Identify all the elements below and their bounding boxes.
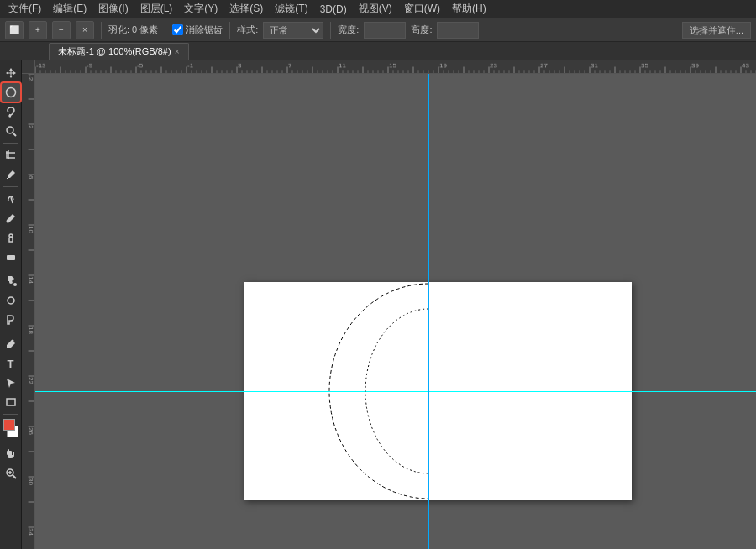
style-label: 样式:	[237, 24, 258, 36]
tab-bar: 未标题-1 @ 100%(RGB/8#) ×	[0, 42, 756, 60]
separator-1	[101, 22, 102, 39]
left-toolbar: T	[0, 60, 22, 549]
tab-title: 未标题-1 @ 100%(RGB/8#)	[58, 45, 171, 58]
svg-point-8	[13, 283, 17, 286]
ruler-corner[interactable]	[22, 60, 35, 74]
blur-tool-btn[interactable]	[2, 291, 20, 310]
toolbar-separator-4	[3, 332, 18, 332]
feather-label: 羽化: 0 像素	[108, 24, 158, 36]
rulers-row	[22, 60, 756, 74]
menu-file[interactable]: 文件(F)	[3, 0, 46, 18]
canvas-row	[22, 74, 756, 549]
lasso-tool-btn[interactable]	[2, 102, 20, 121]
menu-text[interactable]: 文字(Y)	[179, 0, 223, 18]
foreground-color-swatch[interactable]	[3, 419, 15, 431]
paint-bucket-tool-btn[interactable]	[2, 272, 20, 290]
menu-help[interactable]: 帮助(H)	[447, 0, 491, 18]
add-selection-btn[interactable]: +	[29, 21, 47, 39]
canvas-area[interactable]	[35, 74, 756, 549]
menu-window[interactable]: 窗口(W)	[399, 0, 445, 18]
menu-3d[interactable]: 3D(D)	[315, 2, 352, 17]
menu-view[interactable]: 视图(V)	[354, 0, 397, 18]
svg-point-1	[7, 127, 13, 133]
eraser-tool-btn[interactable]	[2, 248, 20, 266]
clone-stamp-tool-btn[interactable]	[2, 228, 20, 247]
menu-layer[interactable]: 图层(L)	[135, 0, 178, 18]
options-bar: ⬜ + − × 羽化: 0 像素 消除锯齿 样式: 正常 固定比例 固定大小 宽…	[0, 18, 756, 42]
h-ruler-canvas	[35, 60, 756, 73]
subtract-selection-btn[interactable]: −	[52, 21, 71, 39]
intersect-selection-btn[interactable]: ×	[76, 21, 94, 39]
toolbar-separator-3	[3, 269, 18, 269]
tab-close-btn[interactable]: ×	[175, 47, 180, 56]
width-input[interactable]	[364, 22, 406, 39]
antialiased-check[interactable]	[172, 24, 183, 35]
antialiased-checkbox[interactable]: 消除锯齿	[172, 24, 223, 36]
move-tool-btn[interactable]	[2, 64, 20, 82]
pen-tool-btn[interactable]	[2, 335, 20, 353]
menu-select[interactable]: 选择(S)	[224, 0, 268, 18]
main-area: T	[0, 60, 756, 549]
color-swatches[interactable]	[2, 419, 20, 437]
svg-rect-7	[7, 255, 15, 260]
hand-tool-btn[interactable]	[2, 445, 20, 463]
document-canvas[interactable]	[244, 282, 632, 500]
width-label: 宽度:	[338, 24, 359, 36]
zoom-tool-btn[interactable]	[2, 464, 20, 483]
crop-tool-btn[interactable]	[2, 146, 20, 165]
horizontal-ruler	[35, 60, 756, 74]
document-tab[interactable]: 未标题-1 @ 100%(RGB/8#) ×	[49, 43, 189, 60]
ellipse-select-tool-btn[interactable]	[2, 83, 20, 102]
shape-tool-btn[interactable]	[2, 393, 20, 411]
svg-line-2	[13, 133, 16, 136]
canvas-container	[22, 60, 756, 549]
separator-3	[229, 22, 230, 39]
vertical-ruler	[22, 74, 35, 549]
toolbar-separator-6	[3, 442, 18, 442]
brush-tool-btn[interactable]	[2, 209, 20, 227]
toolbar-separator-5	[3, 414, 18, 415]
style-select[interactable]: 正常 固定比例 固定大小	[263, 22, 323, 39]
height-label: 高度:	[411, 24, 432, 36]
toolbar-separator-2	[3, 186, 18, 187]
menu-image[interactable]: 图像(I)	[93, 0, 133, 18]
svg-line-3	[7, 178, 8, 179]
menu-edit[interactable]: 编辑(E)	[48, 0, 92, 18]
text-tool-btn[interactable]: T	[2, 354, 20, 373]
separator-4	[330, 22, 331, 39]
quick-select-tool-btn[interactable]	[2, 122, 20, 140]
menu-bar: 文件(F) 编辑(E) 图像(I) 图层(L) 文字(Y) 选择(S) 滤镜(T…	[0, 0, 756, 18]
dodge-tool-btn[interactable]	[2, 311, 20, 329]
path-select-tool-btn[interactable]	[2, 374, 20, 392]
v-ruler-canvas	[22, 74, 34, 549]
svg-point-10	[11, 340, 13, 342]
toolbar-separator-1	[3, 143, 18, 144]
new-selection-btn[interactable]: ⬜	[5, 21, 24, 39]
svg-line-13	[13, 475, 16, 478]
menu-filter[interactable]: 滤镜(T)	[270, 0, 312, 18]
select-mask-btn[interactable]: 选择并遮住...	[682, 22, 751, 39]
separator-2	[165, 22, 165, 39]
spot-healing-tool-btn[interactable]	[2, 190, 20, 208]
svg-rect-11	[7, 399, 15, 405]
height-input[interactable]	[437, 22, 479, 39]
svg-point-0	[6, 88, 15, 97]
antialiased-label: 消除锯齿	[186, 24, 223, 36]
svg-point-9	[8, 297, 14, 304]
eyedropper-tool-btn[interactable]	[2, 165, 20, 184]
